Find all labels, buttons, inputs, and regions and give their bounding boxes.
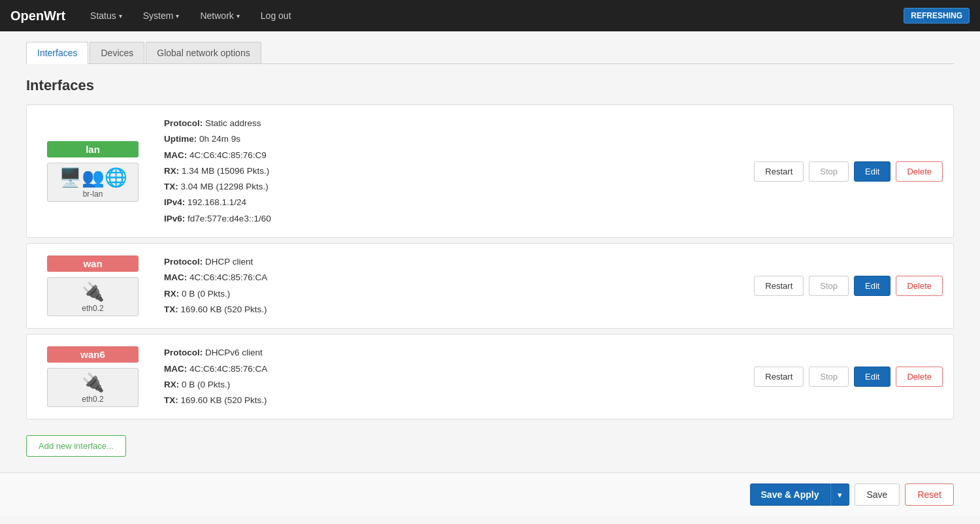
stop-button-lan[interactable]: Stop [809,161,849,182]
add-interface-button[interactable]: Add new interface... [26,435,126,457]
navbar: OpenWrt Status ▾ System ▾ Network ▾ Log … [0,0,980,31]
save-apply-button[interactable]: Save & Apply [750,483,830,506]
save-button[interactable]: Save [855,483,900,506]
edit-button-lan[interactable]: Edit [854,161,890,182]
tab-interfaces[interactable]: Interfaces [26,42,88,64]
network-icon-wan6: 🔌 [82,374,105,392]
stop-button-wan6[interactable]: Stop [809,367,849,387]
interface-actions-wan6: Restart Stop Edit Delete [708,367,943,387]
save-apply-dropdown-button[interactable]: ▾ [830,483,849,506]
edit-button-wan[interactable]: Edit [854,276,890,296]
refreshing-badge: REFRESHING [904,8,970,24]
nav-item-system[interactable]: System ▾ [134,5,189,26]
interface-device-label-lan: br-lan [83,189,103,199]
interface-icon-wan: 🔌 eth0.2 [47,277,139,316]
delete-button-wan[interactable]: Delete [896,276,943,296]
tab-global-network-options[interactable]: Global network options [146,42,261,63]
network-icon-wan: 🔌 [82,283,105,301]
nav-item-logout[interactable]: Log out [252,5,301,26]
nav-item-network[interactable]: Network ▾ [191,5,248,26]
interface-icon-wan6: 🔌 eth0.2 [47,368,139,407]
interface-actions-lan: Restart Stop Edit Delete [708,161,943,182]
interface-actions-wan: Restart Stop Edit Delete [708,276,943,296]
brand-logo: OpenWrt [10,8,65,24]
interface-info-lan: Protocol: Static address Uptime: 0h 24m … [164,116,692,227]
interface-badge-lan: lan [47,141,139,157]
network-icon-lan: 🖥️👥🌐 [59,169,127,187]
nav-items: Status ▾ System ▾ Network ▾ Log out [81,5,904,26]
reset-button[interactable]: Reset [905,483,954,506]
save-apply-group: Save & Apply ▾ [750,483,849,506]
footer-bar: Save & Apply ▾ Save Reset [0,472,980,516]
delete-button-lan[interactable]: Delete [896,161,943,182]
interface-device-label-wan6: eth0.2 [82,395,103,404]
interface-badge-wan: wan [47,255,139,272]
restart-button-lan[interactable]: Restart [754,161,804,182]
tab-devices[interactable]: Devices [90,42,144,63]
chevron-down-icon: ▾ [176,12,179,20]
interface-card-wan: wan 🔌 eth0.2 Protocol: DHCP client MAC: … [26,243,954,329]
edit-button-wan6[interactable]: Edit [854,367,890,387]
interface-card-lan: lan 🖥️👥🌐 br-lan Protocol: Static address… [26,105,954,238]
interface-left-wan6: wan6 🔌 eth0.2 [37,346,148,407]
interface-device-label-wan: eth0.2 [82,304,103,313]
interface-left-wan: wan 🔌 eth0.2 [37,255,148,316]
interface-card-wan6: wan6 🔌 eth0.2 Protocol: DHCPv6 client MA… [26,334,954,419]
interface-info-wan: Protocol: DHCP client MAC: 4C:C6:4C:85:7… [164,254,692,318]
delete-button-wan6[interactable]: Delete [896,367,943,387]
main-content: Interfaces Devices Global network option… [0,31,980,467]
stop-button-wan[interactable]: Stop [809,276,849,296]
interface-icon-lan: 🖥️👥🌐 br-lan [47,163,139,202]
chevron-down-icon: ▾ [119,12,122,20]
interface-left-lan: lan 🖥️👥🌐 br-lan [37,141,148,202]
restart-button-wan6[interactable]: Restart [754,367,804,387]
interface-info-wan6: Protocol: DHCPv6 client MAC: 4C:C6:4C:85… [164,345,692,408]
chevron-down-icon: ▾ [237,12,240,20]
restart-button-wan[interactable]: Restart [754,276,804,296]
nav-item-status[interactable]: Status ▾ [81,5,131,26]
interface-badge-wan6: wan6 [47,346,139,363]
page-title: Interfaces [26,77,954,94]
tabs: Interfaces Devices Global network option… [26,42,954,64]
